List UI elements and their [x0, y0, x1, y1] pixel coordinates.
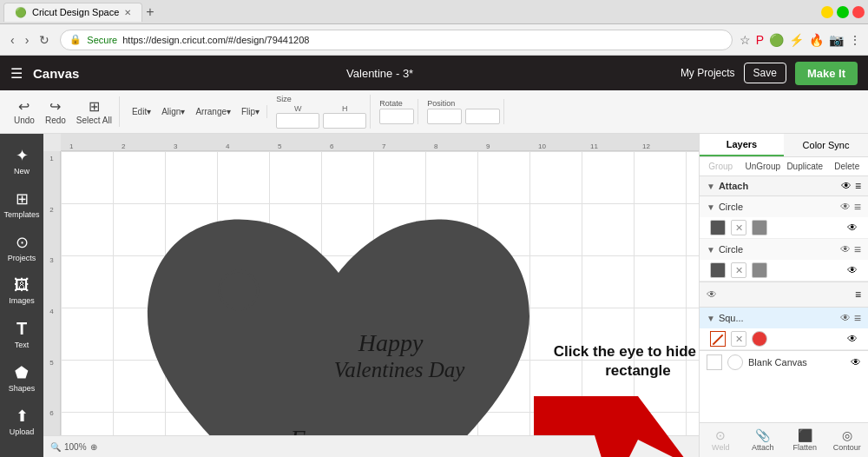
layer3-eye-btn[interactable]: 👁 [840, 312, 851, 324]
attach-menu-btn[interactable]: ≡ [855, 180, 861, 192]
group-btn: Group [700, 157, 742, 176]
make-it-btn[interactable]: Make It [795, 62, 858, 85]
layer-item-1: ▼ Circle 👁 ≡ ✕ 👁 [700, 196, 868, 239]
close-btn[interactable] [852, 6, 865, 18]
blank-canvas-swatch [707, 354, 722, 370]
rotate-input[interactable] [379, 109, 414, 124]
ext4-btn[interactable]: 📷 [829, 33, 844, 47]
sidebar-label-shapes: Shapes [9, 384, 36, 393]
menu-btn[interactable]: ⋮ [849, 33, 861, 47]
doc-title: Valentine - 3* [89, 67, 670, 80]
hamburger-menu[interactable]: ☰ [10, 65, 23, 82]
layers-tab[interactable]: Layers [700, 134, 784, 156]
sidebar-item-new[interactable]: ✦ New [0, 141, 43, 181]
select-all-label: Select All [76, 116, 112, 125]
canvas-text-happy: Happy [358, 329, 424, 356]
layer3-spacer-eye[interactable]: 👁 [707, 288, 717, 301]
layer2-menu-btn[interactable]: ≡ [854, 242, 861, 256]
left-sidebar: ✦ New ⊞ Templates ⊙ Projects 🖼 Images T … [0, 134, 43, 457]
new-tab-btn[interactable]: + [146, 4, 154, 20]
sidebar-item-shapes[interactable]: ⬟ Shapes [0, 358, 43, 398]
height-input[interactable] [323, 113, 366, 129]
blank-canvas-eye[interactable]: 👁 [851, 356, 861, 368]
reload-btn[interactable]: ↻ [36, 31, 53, 49]
canvas-area[interactable]: 1 2 3 4 5 6 7 8 9 10 11 12 1 2 3 [43, 134, 699, 457]
flip-btn[interactable]: Flip▾ [238, 105, 263, 118]
sidebar-item-upload[interactable]: ⬆ Upload [0, 401, 43, 441]
ext3-btn[interactable]: 🔥 [809, 33, 824, 47]
attach-action-label: Attach [752, 443, 774, 452]
select-all-btn[interactable]: ⊞ Select All [73, 96, 115, 127]
arrange-btn[interactable]: Arrange▾ [192, 105, 234, 118]
layer2-eye-btn[interactable]: 👁 [840, 243, 851, 255]
sidebar-item-images[interactable]: 🖼 Images [0, 271, 43, 310]
attach-icon: 📎 [755, 428, 770, 442]
pinterest-btn[interactable]: P [756, 33, 764, 47]
flatten-btn[interactable]: ⬛ Flatten [784, 427, 826, 454]
layer2-name: Circle [719, 244, 837, 255]
my-projects-btn[interactable]: My Projects [681, 67, 735, 79]
redo-btn[interactable]: ↪ Redo [42, 96, 69, 127]
layer-header-1: ▼ Circle 👁 ≡ [700, 196, 868, 217]
ruler-top: 1 2 3 4 5 6 7 8 9 10 11 12 [61, 134, 699, 151]
pos-y-input[interactable] [465, 109, 500, 124]
sidebar-label-templates: Templates [3, 210, 39, 219]
layer-header-3: ▼ Squ... 👁 ≡ [700, 308, 868, 328]
tab-favicon: 🟢 [15, 7, 27, 18]
forward-btn[interactable]: › [22, 31, 33, 49]
projects-icon: ⊙ [16, 233, 29, 252]
toolbar-group-history: ↩ Undo ↪ Redo ⊞ Select All [7, 96, 120, 127]
ungroup-btn[interactable]: UnGroup [742, 157, 785, 176]
attach-action-btn[interactable]: 📎 Attach [742, 427, 785, 454]
bookmark-btn[interactable]: ☆ [740, 33, 751, 47]
pos-x-input[interactable] [427, 109, 462, 124]
undo-btn[interactable]: ↩ Undo [10, 96, 38, 127]
active-tab[interactable]: 🟢 Cricut Design Space ✕ [3, 3, 142, 22]
ruler-mark: 4 [226, 142, 278, 150]
layer3-menu-btn[interactable]: ≡ [854, 311, 861, 325]
layer1-preview: ✕ 👁 [700, 217, 868, 238]
canvas-grid: Happy Valentines Day From Brooks [61, 151, 699, 435]
tab-close-btn[interactable]: ✕ [124, 8, 131, 17]
layer1-menu-btn[interactable]: ≡ [854, 200, 861, 214]
back-btn[interactable]: ‹ [7, 31, 18, 49]
layer3-spacer-menu[interactable]: ≡ [855, 288, 861, 301]
secure-label: Secure [87, 35, 117, 45]
width-input[interactable] [276, 113, 319, 129]
h-label: H [342, 104, 348, 113]
ruler-mark: 6 [330, 142, 382, 150]
layer1-swatch2: ✕ [731, 220, 746, 235]
layer3-spacer: 👁 ≡ [700, 281, 868, 308]
toolbar-group-size: Size W H [273, 95, 371, 129]
contour-btn[interactable]: ◎ Contour [826, 427, 869, 454]
address-bar[interactable]: 🔒 Secure https://design.cricut.com/#/des… [60, 30, 732, 50]
layer1-eye-btn[interactable]: 👁 [840, 201, 851, 213]
sidebar-item-templates[interactable]: ⊞ Templates [0, 184, 43, 224]
ext2-btn[interactable]: ⚡ [789, 33, 804, 47]
layer1-name: Circle [719, 202, 837, 212]
align-btn[interactable]: Align▾ [158, 105, 188, 118]
save-btn[interactable]: Save [744, 63, 786, 83]
ruler-mark: 5 [278, 142, 330, 150]
panel-tabs: Layers Color Sync [700, 134, 868, 157]
color-sync-tab[interactable]: Color Sync [784, 134, 868, 156]
duplicate-btn[interactable]: Duplicate [784, 157, 826, 176]
ruler-mark: 10 [538, 142, 590, 150]
sidebar-item-projects[interactable]: ⊙ Projects [0, 228, 43, 268]
select-all-icon: ⊞ [89, 98, 100, 115]
layer1-swatch3 [752, 220, 767, 235]
attach-eye-btn[interactable]: 👁 [841, 180, 852, 192]
ext1-btn[interactable]: 🟢 [769, 33, 784, 47]
sidebar-item-text[interactable]: T Text [0, 314, 43, 354]
zoom-plus[interactable]: ⊕ [90, 442, 97, 452]
minimize-btn[interactable] [821, 6, 833, 18]
edit-btn[interactable]: Edit▾ [128, 105, 155, 118]
weld-icon: ⊙ [715, 428, 726, 442]
layer1-preview-eye[interactable]: 👁 [847, 222, 858, 234]
maximize-btn[interactable] [837, 6, 849, 18]
edit-label: Edit▾ [132, 107, 151, 116]
delete-btn[interactable]: Delete [826, 157, 869, 176]
layer2-preview-eye[interactable]: 👁 [847, 264, 858, 276]
size-label: Size [276, 95, 366, 103]
layer3-preview-eye[interactable]: 👁 [847, 333, 858, 345]
